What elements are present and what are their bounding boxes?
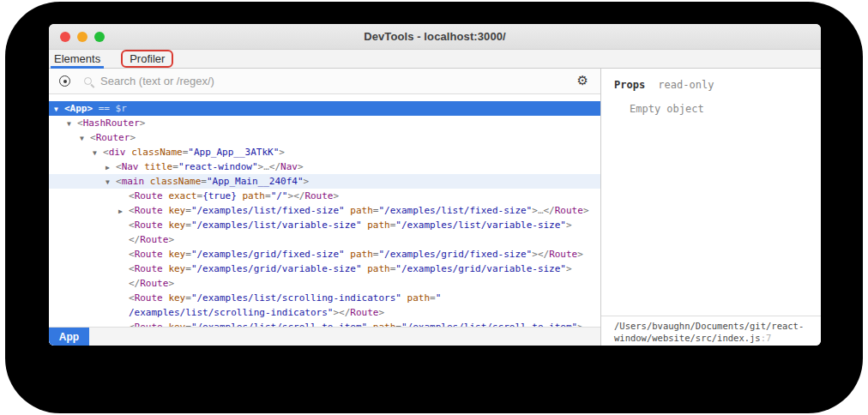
tree-row[interactable]: ▼<HashRouter> (49, 116, 600, 130)
tree-row-segment: … (538, 205, 544, 216)
tree-row-segment: </ (293, 190, 304, 201)
tree-row[interactable]: <Route key="/examples/list/scroll-to-ite… (49, 320, 600, 327)
tree-row-segment: "react-window" (178, 161, 258, 172)
tree-row-segment: path (407, 292, 431, 304)
tree-row-segment: > (168, 234, 174, 245)
component-tree[interactable]: ▼<App> == $r▼<HashRouter>▼<Router>▼<div … (49, 94, 600, 327)
tree-row-segment: main (122, 176, 145, 187)
tab-elements[interactable]: Elements (51, 50, 104, 68)
tree-row-segment: = (265, 190, 271, 201)
tree-row-segment: className (150, 176, 202, 187)
tree-row[interactable]: <Route key="/examples/list/scrolling-ind… (49, 291, 600, 305)
tree-row-segment: > (577, 249, 583, 260)
tree-row-segment: Route (555, 205, 583, 216)
gear-icon[interactable]: ⚙ (577, 75, 588, 87)
tree-row-segment: exact (168, 190, 196, 201)
expand-caret-icon[interactable]: ▼ (105, 175, 116, 189)
tree-row-segment: "/examples/grid/variable-size" (191, 263, 362, 274)
tree-row-segment: Route (135, 205, 163, 216)
tree-row-segment: < (129, 263, 135, 274)
tree-row[interactable]: ▶<Nav title="react-window">…</Nav> (49, 159, 600, 174)
tree-row[interactable]: /examples/list/scrolling-indicators"></R… (49, 305, 600, 320)
tree-row[interactable]: ▼<main className="App_Main__240f4"> (49, 174, 600, 189)
tree-row-segment: < (129, 220, 135, 231)
tree-row[interactable]: ▼<Router> (49, 130, 600, 145)
tree-row-segment: key (168, 205, 185, 216)
tree-row[interactable]: <Route key="/examples/grid/variable-size… (49, 262, 600, 276)
tree-row-segment: path (350, 205, 373, 216)
tree-row-segment: Route (350, 307, 378, 318)
breadcrumb-selected-component[interactable]: App (49, 328, 89, 346)
tree-row-segment: Route (135, 220, 163, 231)
tree-row-segment: Route (549, 249, 577, 260)
tree-row-segment: = (185, 205, 191, 216)
search-icon (84, 77, 92, 85)
close-window-button[interactable] (60, 32, 70, 42)
title-bar[interactable]: DevTools - localhost:3000/ (49, 24, 821, 50)
tree-row-segment: > (532, 249, 538, 260)
tab-profiler[interactable]: Profiler (130, 52, 165, 65)
zoom-window-button[interactable] (94, 32, 105, 42)
tree-row-segment: </ (544, 205, 555, 216)
tree-row-segment: </ (269, 161, 280, 172)
tree-row-segment: > (130, 132, 136, 143)
tree-row-segment: = (201, 176, 207, 187)
tree-row-segment: Route (304, 190, 333, 201)
minimize-window-button[interactable] (77, 32, 87, 42)
tree-row-segment: > (532, 205, 538, 216)
expand-caret-icon[interactable]: ▼ (54, 102, 64, 117)
tree-row-segment (237, 190, 243, 201)
tree-row-segment: = (185, 249, 191, 260)
tree-row-segment: key (168, 263, 185, 274)
expand-caret-icon[interactable]: ▼ (80, 131, 90, 146)
tree-row-segment: "/examples/list/variable-size" (191, 220, 362, 231)
inspect-element-icon[interactable] (59, 75, 70, 87)
tree-row-segment: Router (96, 132, 130, 143)
tree-row-segment: /examples/list/scrolling-indicators" (129, 307, 333, 318)
tab-elements-label: Elements (54, 52, 100, 65)
tree-row-segment: Route (135, 249, 163, 260)
tree-row[interactable]: </Route> (49, 276, 600, 291)
source-path-line2: window/website/src/index.js (614, 333, 761, 343)
expand-caret-icon[interactable]: ▶ (118, 204, 129, 219)
tree-row-segment: < (129, 249, 135, 260)
tab-bar: Elements Profiler (49, 50, 821, 69)
tree-row-segment: key (168, 292, 185, 304)
tree-row[interactable]: ▼<App> == $r (49, 101, 600, 116)
tree-row-segment: </ (538, 249, 549, 260)
tree-row-segment: > (566, 263, 572, 274)
tree-row-segment: </ (129, 278, 140, 289)
tree-row-segment: Nav (280, 161, 298, 172)
tree-row-segment: "/examples/list/scrolling-indicators" (191, 292, 401, 304)
tree-row-segment: Route (140, 278, 168, 289)
tree-row[interactable]: <Route key="/examples/grid/fixed-size" p… (49, 247, 600, 262)
tree-row[interactable]: <Route key="/examples/list/variable-size… (49, 218, 600, 232)
tree-row-segment: </ (129, 234, 140, 245)
tree-row-segment: <App> (64, 103, 93, 114)
props-pane-spacer (601, 115, 821, 316)
breadcrumb-bar: App (49, 327, 600, 346)
tree-row-segment: Route (135, 190, 163, 201)
tree-row-segment: "/examples/list/variable-size" (395, 220, 566, 231)
tree-row-segment: </ (339, 307, 350, 318)
tree-row[interactable]: ▶<Route key="/examples/list/fixed-size" … (49, 203, 600, 218)
tree-row-segment: = (172, 161, 178, 172)
tree-row-segment: key (168, 220, 185, 231)
screenshot-stage: DevTools - localhost:3000/ Elements Prof… (0, 0, 868, 415)
props-header: Props read-only (614, 79, 821, 91)
tree-row-segment: < (90, 132, 96, 143)
expand-caret-icon[interactable]: ▼ (67, 117, 77, 131)
tree-row-segment: div (109, 147, 126, 158)
tree-row-segment: = (185, 220, 191, 231)
tree-row[interactable]: </Route> (49, 232, 600, 247)
expand-caret-icon[interactable]: ▶ (105, 160, 116, 175)
tree-row-segment: > (378, 307, 384, 318)
tree-row[interactable]: <Route exact={true} path="/"></Route> (49, 189, 600, 203)
props-title: Props (614, 79, 645, 91)
tree-row-segment: > (140, 117, 146, 129)
source-location[interactable]: /Users/bvaughn/Documents/git/react-windo… (601, 316, 821, 346)
tree-row[interactable]: ▼<div className="App_App__3ATkK"> (49, 145, 600, 159)
expand-caret-icon[interactable]: ▼ (93, 146, 103, 160)
tree-row-segment: = (185, 263, 191, 274)
search-input[interactable] (100, 75, 569, 87)
